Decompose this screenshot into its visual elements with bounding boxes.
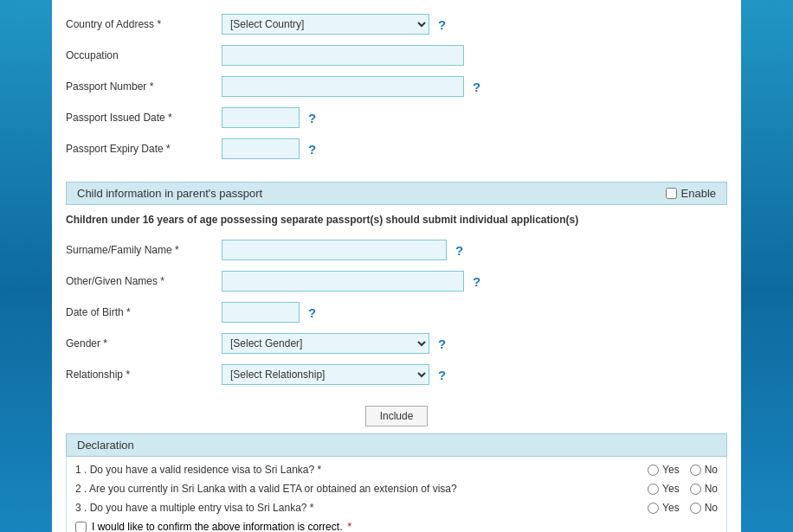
radio-group-1: Yes No bbox=[648, 464, 718, 476]
dob-row: Date of Birth * ? bbox=[66, 300, 727, 324]
dob-help-icon[interactable]: ? bbox=[308, 305, 316, 320]
passport-expiry-input[interactable] bbox=[222, 138, 300, 159]
q2-yes-radio[interactable] bbox=[648, 484, 659, 495]
country-help-icon[interactable]: ? bbox=[438, 17, 446, 32]
other-names-row: Other/Given Names * ? bbox=[66, 269, 727, 293]
radio-group-2: Yes No bbox=[648, 483, 718, 495]
q1-yes-radio[interactable] bbox=[648, 465, 659, 476]
passport-issued-row: Passport Issued Date * ? bbox=[66, 106, 727, 130]
country-label: Country of Address * bbox=[66, 18, 222, 30]
q1-yes-option[interactable]: Yes bbox=[648, 464, 680, 476]
dob-label: Date of Birth * bbox=[66, 306, 222, 318]
occupation-input[interactable] bbox=[222, 45, 464, 66]
surname-label: Surname/Family Name * bbox=[66, 244, 222, 256]
gender-row: Gender * [Select Gender] Male Female ? bbox=[66, 331, 727, 356]
occupation-row: Occupation bbox=[66, 43, 727, 67]
q3-no-option[interactable]: No bbox=[690, 502, 718, 514]
passport-expiry-row: Passport Expiry Date * ? bbox=[66, 137, 727, 161]
background-right bbox=[741, 0, 793, 532]
passport-number-help-icon[interactable]: ? bbox=[473, 80, 480, 94]
q3-no-radio[interactable] bbox=[690, 503, 701, 514]
passport-number-label: Passport Number * bbox=[66, 80, 222, 93]
relationship-help-icon[interactable]: ? bbox=[438, 368, 446, 382]
background-left bbox=[0, 0, 52, 532]
declaration-row-2: 2 . Are you currently in Sri Lanka with … bbox=[75, 483, 718, 495]
q3-yes-option[interactable]: Yes bbox=[648, 502, 680, 514]
include-button[interactable]: Include bbox=[365, 406, 429, 426]
child-notice: Children under 16 years of age possessin… bbox=[52, 210, 741, 233]
declaration-header: Declaration bbox=[66, 433, 727, 457]
passport-issued-help-icon[interactable]: ? bbox=[308, 111, 316, 125]
gender-select[interactable]: [Select Gender] Male Female bbox=[222, 333, 429, 354]
occupation-label: Occupation bbox=[66, 49, 222, 61]
passport-expiry-help-icon[interactable]: ? bbox=[308, 142, 316, 157]
other-names-label: Other/Given Names * bbox=[66, 275, 222, 287]
confirm-text: I would like to confirm the above inform… bbox=[92, 521, 342, 532]
passport-number-row: Passport Number * ? bbox=[66, 74, 727, 99]
declaration-question-2: 2 . Are you currently in Sri Lanka with … bbox=[75, 483, 648, 495]
enable-checkbox[interactable] bbox=[666, 188, 677, 199]
declaration-section: Declaration 1 . Do you have a valid resi… bbox=[66, 433, 727, 532]
relationship-row: Relationship * [Select Relationship] Son… bbox=[66, 362, 727, 387]
radio-group-3: Yes No bbox=[648, 502, 718, 514]
passport-expiry-label: Passport Expiry Date * bbox=[66, 143, 222, 155]
confirm-checkbox[interactable] bbox=[75, 522, 87, 533]
child-section-header: Child information in parent's passport E… bbox=[66, 182, 727, 205]
child-section-title: Child information in parent's passport bbox=[77, 187, 262, 200]
country-select[interactable]: [Select Country] Australia India Sri Lan… bbox=[222, 14, 429, 35]
dob-input[interactable] bbox=[222, 302, 300, 323]
passport-issued-label: Passport Issued Date * bbox=[66, 112, 222, 124]
declaration-question-3: 3 . Do you have a multiple entry visa to… bbox=[75, 502, 648, 514]
gender-label: Gender * bbox=[66, 337, 222, 349]
enable-area: Enable bbox=[666, 187, 716, 200]
q2-no-radio[interactable] bbox=[690, 484, 701, 495]
surname-row: Surname/Family Name * ? bbox=[66, 238, 727, 262]
q1-no-radio[interactable] bbox=[690, 465, 701, 476]
q2-yes-option[interactable]: Yes bbox=[648, 483, 680, 495]
passport-issued-input[interactable] bbox=[222, 107, 300, 128]
declaration-row-1: 1 . Do you have a valid residence visa t… bbox=[75, 464, 718, 476]
country-row: Country of Address * [Select Country] Au… bbox=[66, 12, 727, 36]
surname-input[interactable] bbox=[222, 240, 447, 260]
declaration-row-3: 3 . Do you have a multiple entry visa to… bbox=[75, 502, 718, 514]
surname-help-icon[interactable]: ? bbox=[455, 243, 463, 258]
relationship-select[interactable]: [Select Relationship] Son Daughter bbox=[222, 364, 429, 385]
enable-label: Enable bbox=[681, 187, 716, 200]
declaration-body: 1 . Do you have a valid residence visa t… bbox=[66, 457, 727, 532]
declaration-question-1: 1 . Do you have a valid residence visa t… bbox=[75, 464, 648, 476]
q1-no-option[interactable]: No bbox=[690, 464, 718, 476]
gender-help-icon[interactable]: ? bbox=[438, 337, 446, 351]
other-names-input[interactable] bbox=[222, 271, 464, 292]
relationship-label: Relationship * bbox=[66, 369, 222, 381]
q3-yes-radio[interactable] bbox=[648, 503, 659, 514]
q2-no-option[interactable]: No bbox=[690, 483, 718, 495]
confirm-row: I would like to confirm the above inform… bbox=[75, 521, 718, 532]
confirm-required: * bbox=[347, 521, 351, 532]
other-names-help-icon[interactable]: ? bbox=[473, 274, 480, 289]
main-form: Country of Address * [Select Country] Au… bbox=[52, 0, 741, 532]
include-btn-row: Include bbox=[52, 406, 741, 426]
passport-number-input[interactable] bbox=[222, 76, 464, 97]
